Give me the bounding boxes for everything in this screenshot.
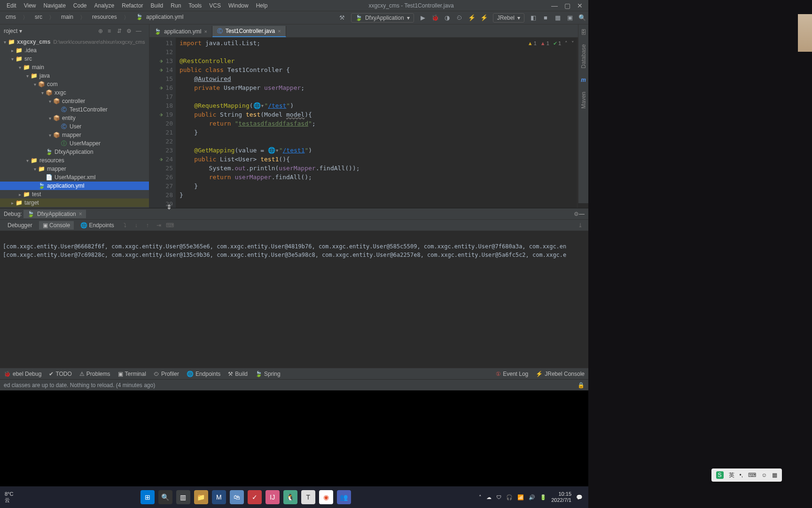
todo-icon[interactable]: ✓ (248, 490, 262, 504)
tree-item[interactable]: ⒾUserMapper (0, 139, 149, 148)
bottom-spring[interactable]: 🍃 Spring (255, 371, 281, 377)
chrome-icon[interactable]: ◉ (319, 490, 333, 504)
coverage-button[interactable]: ◑ (442, 13, 453, 23)
ime-keyboard-icon[interactable]: ⌨ (748, 472, 756, 478)
ime-face-icon[interactable]: ☺ (761, 472, 767, 478)
jrebel-run-icon[interactable]: ⚡ (467, 13, 477, 23)
taskbar-search-icon[interactable]: 🔍 (158, 490, 172, 504)
tree-item[interactable]: ▾📁src (0, 55, 149, 63)
evaluate-icon[interactable]: ⌨ (166, 222, 174, 229)
menu-help[interactable]: Help (252, 2, 272, 9)
breadcrumb-item[interactable]: 🍃 application.yml (134, 14, 187, 22)
menu-edit[interactable]: Edit (3, 2, 20, 9)
editor-tab-active[interactable]: ⒸTest1Controller.java× (212, 26, 286, 37)
explorer-icon[interactable]: 📁 (194, 490, 208, 504)
qq-icon[interactable]: 🐧 (283, 490, 297, 504)
notifications-icon[interactable]: 💬 (576, 494, 583, 500)
hammer-icon[interactable]: ⚒ (337, 13, 347, 23)
status-lock-icon[interactable]: 🔒 (578, 382, 585, 389)
task-view-icon[interactable]: ▥ (176, 490, 190, 504)
bottom-problems[interactable]: ⚠ Problems (79, 371, 110, 377)
bottom-debug[interactable]: 🐞 ebel Debug (4, 371, 41, 377)
tree-item[interactable]: ▾📁java (0, 71, 149, 80)
stop-button[interactable]: ■ (540, 13, 551, 23)
tree-item[interactable]: 📄UserMapper.xml (0, 173, 149, 182)
breadcrumb-item[interactable]: resources (90, 14, 119, 22)
tree-item[interactable]: ▾📦com (0, 80, 149, 88)
hide-icon[interactable]: — (136, 28, 145, 34)
breadcrumb-item[interactable]: main (59, 14, 75, 22)
start-button[interactable]: ⊞ (141, 490, 155, 504)
tray-cloud-icon[interactable]: ☁ (486, 494, 492, 500)
tree-item[interactable]: ▾📦xxgc (0, 88, 149, 97)
tree-item[interactable]: ⒸUser (0, 122, 149, 131)
maven-label[interactable]: Maven (580, 92, 587, 109)
breadcrumb-item[interactable]: src (33, 14, 44, 22)
tree-item[interactable]: ▾📦controller (0, 97, 149, 105)
weather-widget[interactable]: 8°C 云 (0, 489, 18, 505)
debugger-tab[interactable]: Debugger (4, 221, 36, 230)
tray-shield-icon[interactable]: 🛡 (496, 494, 501, 500)
text-icon[interactable]: T (301, 490, 315, 504)
store-icon[interactable]: 🛍 (230, 490, 244, 504)
tree-item[interactable]: ▾📁resources (0, 156, 149, 165)
profile-button[interactable]: ⏲ (454, 13, 465, 23)
debug-hide-icon[interactable]: — (579, 211, 585, 217)
sort-icon[interactable]: ≡ (108, 28, 117, 34)
tree-item[interactable]: ▾📁main (0, 63, 149, 71)
menu-vcs[interactable]: VCS (205, 2, 225, 9)
bottom-profiler[interactable]: ⏲ Profiler (154, 371, 179, 377)
bottom-endpoints[interactable]: 🌐 Endpoints (187, 371, 220, 377)
scroll-end-icon[interactable]: ⤓ (576, 222, 585, 229)
menu-code[interactable]: Code (70, 2, 91, 9)
menu-build[interactable]: Build (147, 2, 167, 9)
tree-root[interactable]: ▾📁xxgcxy_cmsD:\work\courseware\shixun\xx… (0, 38, 149, 46)
tree-item[interactable]: 🍃DfxyApplication (0, 148, 149, 156)
endpoints-tab[interactable]: 🌐 Endpoints (77, 221, 118, 230)
bottom-eventlog[interactable]: ① Event Log (496, 371, 528, 377)
tray-volume-icon[interactable]: 🔊 (529, 494, 535, 500)
menu-view[interactable]: View (20, 2, 40, 9)
tree-item[interactable]: ▸📁test (0, 190, 149, 198)
menu-navigate[interactable]: Navigate (39, 2, 69, 9)
tray-battery-icon[interactable]: 🔋 (540, 494, 547, 500)
expand-icon[interactable]: ⇵ (117, 28, 126, 34)
teams-icon[interactable]: 👥 (337, 490, 351, 504)
maximize-icon[interactable]: ▢ (564, 2, 570, 9)
bottom-terminal[interactable]: ▣ Terminal (118, 371, 146, 377)
tree-item[interactable]: ▸📁.idea (0, 46, 149, 55)
tray-chevron-icon[interactable]: ˄ (479, 494, 482, 500)
run-to-cursor-icon[interactable]: ⇥ (155, 222, 163, 229)
bottom-jrebel-console[interactable]: ⚡ JRebel Console (536, 371, 585, 377)
layout-icon[interactable]: ▦ (553, 13, 563, 23)
menu-tools[interactable]: Tools (185, 2, 205, 9)
step-over-icon[interactable]: ⤵ (121, 222, 129, 229)
inspection-badges[interactable]: 1 1 1 ˄˅ (528, 40, 574, 47)
clock[interactable]: 10:15 2022/7/1 (551, 491, 571, 503)
ime-punct-icon[interactable]: •, (740, 472, 743, 478)
step-into-icon[interactable]: ↓ (132, 222, 141, 229)
menu-analyze[interactable]: Analyze (91, 2, 118, 9)
maven-tab[interactable]: m (581, 77, 586, 83)
run-config-select[interactable]: 🍃DfxyApplication▾ (351, 13, 414, 23)
ime-grid-icon[interactable]: ▦ (772, 472, 777, 478)
search-icon[interactable]: 🔍 (577, 13, 587, 23)
ime-logo-icon[interactable]: S (716, 471, 724, 479)
jrebel-debug-icon[interactable]: ⚡ (479, 13, 489, 23)
menu-refactor[interactable]: Refactor (118, 2, 147, 9)
debug-run-tab[interactable]: 🍃DfxyApplication× (23, 210, 86, 218)
step-out-icon[interactable]: ↑ (143, 222, 152, 229)
menu-run[interactable]: Run (167, 2, 185, 9)
editor-tab[interactable]: 🍃application.yml× (149, 26, 212, 37)
debug-button[interactable]: 🐞 (430, 13, 440, 23)
minimize-icon[interactable]: — (551, 2, 558, 9)
run-button[interactable]: ▶ (418, 13, 428, 23)
tree-item[interactable]: ▾📁mapper (0, 165, 149, 173)
jrebel-select[interactable]: JRebel▾ (493, 13, 524, 23)
tree-item[interactable]: ⒸTest1Controller (0, 105, 149, 114)
debug-settings-icon[interactable]: ⚙ (574, 211, 579, 217)
gear-icon[interactable]: ⚙ (126, 28, 136, 34)
bottom-build[interactable]: ⚒ Build (228, 371, 248, 377)
console-output[interactable]: [com.xxgc.entity.User@66682f6f, com.xxgc… (0, 231, 588, 368)
database-tab[interactable]: 🗄 (581, 29, 586, 36)
